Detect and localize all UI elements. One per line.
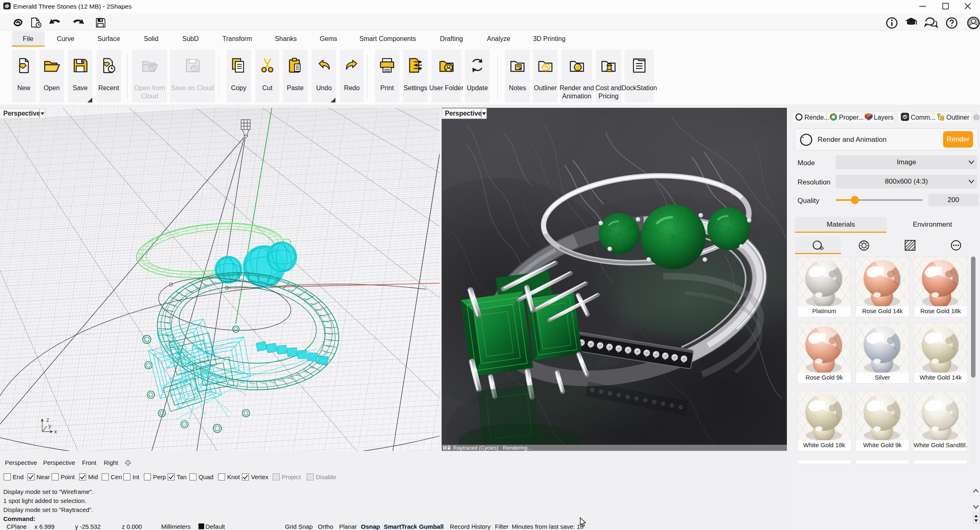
svg-text:x: x <box>54 428 57 435</box>
svg-text:y: y <box>48 423 51 429</box>
svg-text:z: z <box>46 416 49 423</box>
svg-text:Raytraced (Cycles) Rendering: Raytraced (Cycles) Rendering... <box>453 445 532 451</box>
